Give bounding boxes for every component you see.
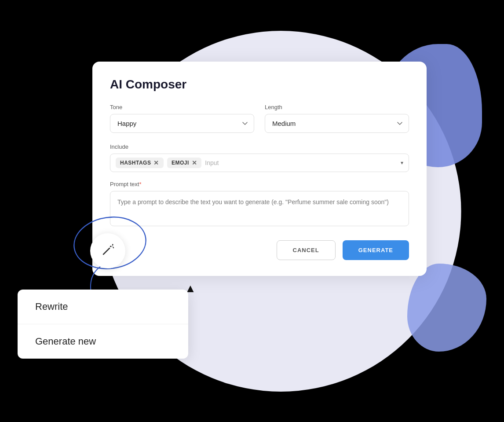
tone-length-row: Tone Happy Sad Excited Calm Professional… [110,104,409,133]
magic-wand-icon [100,243,116,259]
cancel-button[interactable]: CANCEL [277,240,336,260]
include-label: Include [110,143,409,150]
include-placeholder: Input [205,159,397,166]
svg-point-3 [112,245,113,246]
emoji-tag-label: EMOJI [172,160,189,166]
hashtags-tag[interactable]: HASHTAGS ✕ [116,158,164,168]
context-menu: Rewrite Generate new [18,290,188,359]
hashtags-close-icon[interactable]: ✕ [153,160,159,166]
include-dropdown-arrow[interactable]: ▾ [401,160,403,166]
magic-btn-container [90,233,125,268]
svg-point-2 [110,246,111,247]
length-group: Length Short Medium Long [265,104,409,133]
generate-button[interactable]: GENERATE [343,240,409,260]
length-label: Length [265,104,409,110]
tone-label: Tone [110,104,254,110]
magic-wand-button[interactable] [90,233,125,268]
prompt-group: Prompt text* [110,181,409,228]
tone-group: Tone Happy Sad Excited Calm Professional… [110,104,254,133]
prompt-textarea[interactable] [110,191,409,226]
modal-actions: CANCEL GENERATE [110,240,409,260]
context-menu-item-rewrite[interactable]: Rewrite [18,290,188,324]
svg-point-4 [113,247,114,248]
required-marker: * [139,181,141,187]
modal-title: AI Composer [110,77,409,92]
svg-line-1 [103,248,110,254]
emoji-close-icon[interactable]: ✕ [192,160,197,166]
tone-select[interactable]: Happy Sad Excited Calm Professional Casu… [110,114,254,133]
prompt-label: Prompt text* [110,181,409,187]
context-menu-item-generate-new[interactable]: Generate new [18,324,188,359]
emoji-tag[interactable]: EMOJI ✕ [167,158,201,168]
scene: AI Composer Tone Happy Sad Excited Calm … [0,0,504,422]
include-input-wrapper[interactable]: HASHTAGS ✕ EMOJI ✕ Input ▾ [110,154,409,172]
length-select[interactable]: Short Medium Long [265,114,409,133]
hashtags-tag-label: HASHTAGS [120,160,151,166]
decorative-blob-bottom [407,264,486,352]
modal-card: AI Composer Tone Happy Sad Excited Calm … [92,62,427,276]
include-row: Include HASHTAGS ✕ EMOJI ✕ Input ▾ [110,143,409,172]
